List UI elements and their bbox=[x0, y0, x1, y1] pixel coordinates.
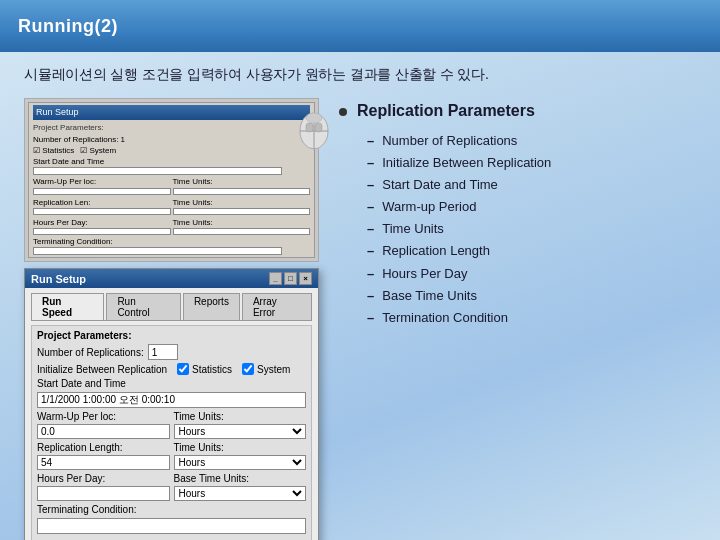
main-row: Run Setup Project Parameters: Number of … bbox=[24, 98, 696, 540]
statistics-label: Statistics bbox=[192, 364, 232, 375]
tab-array-error[interactable]: Array Error bbox=[242, 293, 312, 320]
rep-length-units-label: Time Units: bbox=[174, 442, 307, 453]
start-date-input[interactable] bbox=[37, 392, 306, 408]
system-checkbox-group: System bbox=[242, 363, 290, 375]
start-date-label-row: Start Date and Time bbox=[37, 378, 306, 389]
rep-length-col: Replication Length: bbox=[37, 442, 170, 470]
list-item-3: Start Date and Time bbox=[367, 174, 696, 196]
list-item-8: Base Time Units bbox=[367, 285, 696, 307]
replication-length-row: Replication Length: Time Units: Hours Mi… bbox=[37, 442, 306, 470]
page-title: Running(2) bbox=[18, 16, 118, 37]
bullet-dot-icon bbox=[339, 108, 347, 116]
hours-per-day-input[interactable] bbox=[37, 486, 170, 501]
warmup-units-select[interactable]: Hours Minutes Seconds bbox=[174, 424, 307, 439]
initialize-label: Initialize Between Replication bbox=[37, 364, 167, 375]
close-button[interactable]: × bbox=[299, 272, 312, 285]
svg-rect-4 bbox=[306, 123, 313, 132]
project-params-label: Project Parameters: bbox=[37, 330, 306, 341]
start-date-input-row bbox=[37, 392, 306, 408]
warmup-input[interactable] bbox=[37, 424, 170, 439]
termination-input[interactable] bbox=[37, 518, 306, 534]
bullet-title: Replication Parameters bbox=[357, 102, 535, 120]
warmup-label: Warm-Up Per loc: bbox=[37, 411, 170, 422]
dialog-title: Run Setup bbox=[31, 273, 86, 285]
main-content: 시뮬레이션의 실행 조건을 입력하여 사용자가 원하는 결과를 산출할 수 있다… bbox=[0, 52, 720, 540]
system-checkbox[interactable] bbox=[242, 363, 254, 375]
list-item-7: Hours Per Day bbox=[367, 263, 696, 285]
list-item-1: Number of Replications bbox=[367, 130, 696, 152]
system-label: System bbox=[257, 364, 290, 375]
maximize-button[interactable]: □ bbox=[284, 272, 297, 285]
replication-label: Number of Replications: bbox=[37, 347, 144, 358]
hours-per-day-label: Hours Per Day: bbox=[37, 473, 170, 484]
bullet-header: Replication Parameters bbox=[339, 102, 696, 120]
dialog-area: Run Setup Project Parameters: Number of … bbox=[24, 98, 319, 540]
dialog-titlebar: Run Setup _ □ × bbox=[25, 269, 318, 288]
minimize-button[interactable]: _ bbox=[269, 272, 282, 285]
mouse-cursor-icon bbox=[296, 109, 332, 157]
statistics-checkbox-group: Statistics bbox=[177, 363, 232, 375]
svg-rect-5 bbox=[315, 123, 322, 132]
replication-row: Number of Replications: bbox=[37, 344, 306, 360]
termination-label: Terminating Condition: bbox=[37, 504, 137, 515]
list-item-2: Initialize Between Replication bbox=[367, 152, 696, 174]
list-item-9: Termination Condition bbox=[367, 307, 696, 329]
rep-length-units-select[interactable]: Hours Minutes Seconds bbox=[174, 455, 307, 470]
termination-input-row bbox=[37, 518, 306, 534]
titlebar-controls: _ □ × bbox=[269, 272, 312, 285]
base-time-units-select[interactable]: Hours Minutes Seconds bbox=[174, 486, 307, 501]
subtitle-text: 시뮬레이션의 실행 조건을 입력하여 사용자가 원하는 결과를 산출할 수 있다… bbox=[24, 66, 696, 84]
tab-reports[interactable]: Reports bbox=[183, 293, 240, 320]
termination-label-row: Terminating Condition: bbox=[37, 504, 306, 515]
warmup-units-col: Time Units: Hours Minutes Seconds bbox=[174, 411, 307, 439]
list-item-5: Time Units bbox=[367, 218, 696, 240]
rep-length-label: Replication Length: bbox=[37, 442, 170, 453]
list-item-4: Warm-up Period bbox=[367, 196, 696, 218]
warmup-row: Warm-Up Per loc: Time Units: Hours Minut… bbox=[37, 411, 306, 439]
svg-rect-3 bbox=[306, 113, 322, 123]
bullet-list: Number of Replications Initialize Betwee… bbox=[367, 130, 696, 329]
warmup-col: Warm-Up Per loc: bbox=[37, 411, 170, 439]
tab-run-control[interactable]: Run Control bbox=[106, 293, 180, 320]
dialog-body: Run Speed Run Control Reports Array Erro… bbox=[25, 288, 318, 540]
rep-length-units-col: Time Units: Hours Minutes Seconds bbox=[174, 442, 307, 470]
base-time-units-col: Base Time Units: Hours Minutes Seconds bbox=[174, 473, 307, 501]
hours-per-day-col: Hours Per Day: bbox=[37, 473, 170, 501]
start-date-label: Start Date and Time bbox=[37, 378, 127, 389]
project-params-section: Project Parameters: Number of Replicatio… bbox=[31, 325, 312, 540]
replication-input[interactable] bbox=[148, 344, 178, 360]
list-item-6: Replication Length bbox=[367, 240, 696, 262]
initialize-row: Initialize Between Replication Statistic… bbox=[37, 363, 306, 375]
rep-length-input[interactable] bbox=[37, 455, 170, 470]
run-setup-dialog: Run Setup _ □ × Run Speed Run Control Re… bbox=[24, 268, 319, 540]
base-time-units-label: Base Time Units: bbox=[174, 473, 307, 484]
hours-per-day-row: Hours Per Day: Base Time Units: Hours Mi… bbox=[37, 473, 306, 501]
top-bar: Running(2) bbox=[0, 0, 720, 52]
time-units-label: Time Units: bbox=[174, 411, 307, 422]
statistics-checkbox[interactable] bbox=[177, 363, 189, 375]
right-panel: Replication Parameters Number of Replica… bbox=[339, 98, 696, 329]
dialog-tabs: Run Speed Run Control Reports Array Erro… bbox=[31, 293, 312, 321]
tab-run-speed[interactable]: Run Speed bbox=[31, 293, 104, 320]
